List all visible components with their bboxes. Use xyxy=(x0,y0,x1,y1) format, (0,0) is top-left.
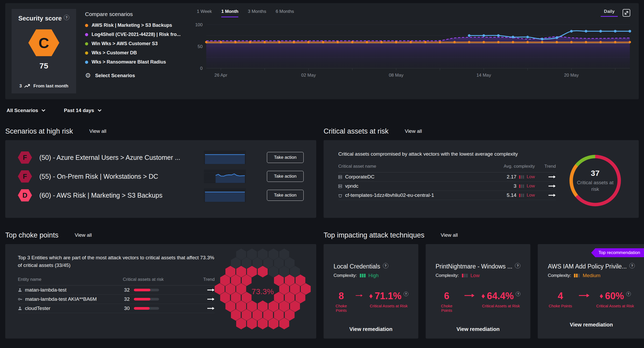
scenario-name-link[interactable]: (60) - AWS Risk | Marketing > S3 Backups xyxy=(39,192,197,199)
table-row[interactable]: CorporateDC 2.17 Low xyxy=(338,172,556,182)
tab-1-month[interactable]: 1 Month xyxy=(221,9,238,17)
choke-points-view-all-link[interactable]: View all xyxy=(75,232,92,238)
risk-count: 32 xyxy=(123,296,130,302)
scenario-name-link[interactable]: (55) - On-Prem Risk | Workstations > DC xyxy=(39,173,197,180)
complexity-value: 2.17 xyxy=(507,174,516,180)
risk-count: 32 xyxy=(123,287,130,293)
donut-label: Critical assets at risk xyxy=(576,180,615,192)
overview-panel: Security score ? C 75 3 From last month … xyxy=(5,3,639,99)
choke-points-label: Choke Points xyxy=(549,304,572,308)
help-icon[interactable]: ? xyxy=(515,263,520,268)
legend-item[interactable]: Win Wks > AWS Customer S3 xyxy=(85,41,190,46)
view-remediation-link[interactable]: View remediation xyxy=(548,322,635,328)
scenario-filter-dropdown[interactable]: All Scenarios xyxy=(7,108,45,113)
high-risk-section-title: Scenarios at high risk xyxy=(5,127,73,135)
legend-label: Wks > Ransomware Blast Radius xyxy=(92,59,166,65)
tab-1-week[interactable]: 1 Week xyxy=(197,9,212,17)
donut-value: 37 xyxy=(591,169,599,178)
top-recommendation-ribbon: Top recommendation xyxy=(591,248,644,257)
choke-points-count: 8 xyxy=(334,291,349,302)
tab-3-months[interactable]: 3 Months xyxy=(248,9,266,17)
table-row[interactable]: matan-lambda-test 32 xyxy=(18,286,215,295)
trend-up-icon xyxy=(24,84,31,88)
help-icon[interactable]: ? xyxy=(383,263,388,268)
entity-name: cloudTester xyxy=(25,305,50,311)
table-row[interactable]: vpndc 3 Low xyxy=(338,182,556,191)
date-range-dropdown[interactable]: Past 14 days xyxy=(64,108,101,113)
complexity-bars xyxy=(574,274,580,277)
column-header-risk: Critical assets at risk xyxy=(123,277,190,282)
take-action-button[interactable]: Take action xyxy=(267,171,304,182)
scenario-name-link[interactable]: (50) - Azure External Users > Azure Cust… xyxy=(39,154,197,161)
legend-dot-icon xyxy=(85,61,88,64)
svg-text:14 May: 14 May xyxy=(477,73,491,78)
bucket-icon xyxy=(338,193,342,197)
take-action-button[interactable]: Take action xyxy=(267,152,304,163)
diamond-icon: ♦ xyxy=(481,292,485,300)
help-icon[interactable]: ? xyxy=(629,263,635,268)
complexity-label: Complexity: xyxy=(548,273,571,278)
grade-badge: F xyxy=(18,151,32,164)
view-remediation-link[interactable]: View remediation xyxy=(334,326,408,332)
assets-at-risk-label: Critical Assets at Risk xyxy=(481,304,520,308)
legend-label: Wks > Customer DB xyxy=(92,50,137,56)
choke-points-label: Choke Points xyxy=(334,304,349,313)
granularity-selector[interactable]: Daily xyxy=(601,9,618,17)
server-icon xyxy=(338,175,342,179)
high-risk-view-all-link[interactable]: View all xyxy=(89,128,106,134)
user-icon xyxy=(18,306,22,310)
critical-assets-donut-chart: 37 Critical assets at risk xyxy=(569,155,621,206)
legend-item[interactable]: AWS Risk | Marketing > S3 Backups xyxy=(85,23,190,28)
legend-dot-icon xyxy=(85,24,88,27)
arrow-right-icon xyxy=(464,293,475,298)
compare-scenarios-block: Compare scenarios AWS Risk | Marketing >… xyxy=(85,9,190,93)
tab-6-months[interactable]: 6 Months xyxy=(276,9,294,17)
legend-item[interactable]: Wks > Ransomware Blast Radius xyxy=(85,59,190,65)
assets-at-risk-pct: 60% xyxy=(605,291,624,302)
complexity-level: High xyxy=(368,273,379,278)
security-grade-hexagon: C xyxy=(28,29,59,56)
trend-flat-arrow-icon xyxy=(548,175,556,179)
grade-badge: D xyxy=(18,189,32,202)
choke-points-description: Top 3 Entities which are part of the mos… xyxy=(18,254,217,269)
security-score-trend-chart: 05010026 Apr02 May08 May14 May20 May xyxy=(190,20,632,87)
choke-points-honeycomb-chart: 73.3% xyxy=(213,251,313,333)
legend-item[interactable]: Wks > Customer DB xyxy=(85,50,190,56)
help-icon[interactable]: ? xyxy=(516,292,520,296)
help-icon[interactable]: ? xyxy=(64,15,69,20)
complexity-label: Complexity: xyxy=(334,273,357,278)
legend-dot-icon xyxy=(85,33,88,36)
attack-techniques-view-all-link[interactable]: View all xyxy=(441,232,458,238)
risk-count: 30 xyxy=(123,305,130,311)
help-icon[interactable]: ? xyxy=(626,292,631,296)
scenario-risk-sparkline xyxy=(204,170,246,183)
complexity-bars xyxy=(360,274,366,277)
critical-assets-card: Critical assets compromised by attack ve… xyxy=(324,140,639,218)
complexity-label: Complexity: xyxy=(436,273,459,278)
assets-at-risk-label: Critical Assets at Risk xyxy=(596,304,634,308)
critical-assets-view-all-link[interactable]: View all xyxy=(405,128,422,134)
technique-title: PrintNightmare - Windows ... xyxy=(436,263,513,270)
attack-technique-card: Local Credentials ? Complexity: High 8 C… xyxy=(324,244,418,339)
help-icon[interactable]: ? xyxy=(404,292,408,296)
table-row[interactable]: cf-templates-1dzz4bvhliu02-eu-central-1 … xyxy=(338,191,556,200)
score-trend-chart-block: 1 Week 1 Month 3 Months 6 Months Daily 0… xyxy=(190,9,632,93)
risk-bar xyxy=(134,298,159,300)
expand-chart-icon[interactable] xyxy=(622,9,630,17)
legend-item[interactable]: Log4Shell (CVE-2021-44228) | Risk fro... xyxy=(85,32,190,37)
view-remediation-link[interactable]: View remediation xyxy=(436,326,521,332)
date-range-value: Past 14 days xyxy=(64,108,94,113)
complexity-value: 3 xyxy=(514,183,516,189)
svg-text:08 May: 08 May xyxy=(389,73,404,78)
select-scenarios-label: Select Scenarios xyxy=(95,73,135,78)
svg-text:20 May: 20 May xyxy=(564,73,579,78)
take-action-button[interactable]: Take action xyxy=(267,190,304,201)
scenario-legend: AWS Risk | Marketing > S3 Backups Log4Sh… xyxy=(85,23,190,65)
assets-at-risk-pct: 64.4% xyxy=(487,291,514,302)
svg-text:02 May: 02 May xyxy=(301,73,316,78)
risk-bar xyxy=(134,307,159,310)
select-scenarios-button[interactable]: ⚙ Select Scenarios xyxy=(85,72,190,79)
svg-text:50: 50 xyxy=(198,44,203,49)
table-row[interactable]: cloudTester 30 xyxy=(18,304,215,313)
table-row[interactable]: matan-lambda-test AKIA**BA6M 32 xyxy=(18,295,215,304)
